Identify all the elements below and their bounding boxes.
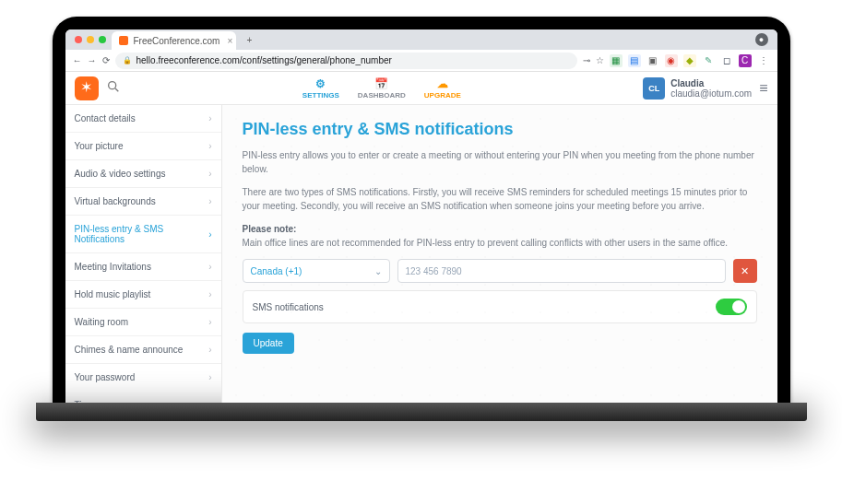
- sidebar-item-label: Contact details: [75, 113, 136, 123]
- sms-toggle-label: SMS notifications: [253, 302, 324, 312]
- laptop-base: [36, 403, 807, 421]
- remove-phone-button[interactable]: ✕: [733, 259, 757, 283]
- url-text: hello.freeconference.com/conf/settings/g…: [136, 55, 392, 65]
- sidebar-item[interactable]: Contact details›: [65, 105, 221, 133]
- sidebar-item[interactable]: Time zone›: [65, 392, 221, 403]
- chevron-right-icon: ›: [208, 400, 211, 403]
- country-code-select[interactable]: Canada (+1) ⌄: [243, 259, 390, 283]
- extension-icon[interactable]: ◆: [683, 54, 696, 67]
- gear-icon: ⚙: [315, 77, 326, 90]
- guest-indicator-icon[interactable]: ●: [755, 33, 768, 46]
- page-intro-2: There are two types of SMS notifications…: [243, 185, 757, 213]
- calendar-icon: 📅: [374, 77, 388, 90]
- lock-icon: 🔒: [123, 56, 132, 64]
- chevron-right-icon: ›: [208, 141, 211, 151]
- sidebar-item[interactable]: Your picture›: [65, 133, 221, 160]
- chevron-down-icon: ⌄: [374, 266, 382, 276]
- nav-label: UPGRADE: [424, 91, 461, 100]
- app-logo-icon[interactable]: [75, 76, 99, 100]
- sidebar-item-label: PIN-less entry & SMS Notifications: [75, 224, 209, 244]
- nav-upgrade[interactable]: ☁ UPGRADE: [424, 77, 461, 100]
- user-email: claudia@iotum.com: [670, 88, 752, 99]
- sidebar-item-label: Meeting Invitations: [75, 262, 151, 272]
- chevron-right-icon: ›: [208, 372, 211, 382]
- user-info: Claudia claudia@iotum.com: [670, 78, 752, 99]
- update-button[interactable]: Update: [243, 333, 294, 354]
- maximize-window-icon[interactable]: [99, 36, 106, 43]
- sidebar-item-label: Your picture: [75, 141, 124, 151]
- sidebar-item[interactable]: Your password›: [65, 364, 221, 392]
- browser-toolbar: ← → ⟳ 🔒 hello.freeconference.com/conf/se…: [65, 50, 777, 72]
- sidebar-item[interactable]: Waiting room›: [65, 309, 221, 336]
- extension-icon[interactable]: ✎: [702, 54, 715, 67]
- hamburger-menu-icon[interactable]: ≡: [759, 80, 767, 97]
- nav-label: DASHBOARD: [358, 91, 406, 100]
- country-code-value: Canada (+1): [251, 266, 302, 276]
- page-intro-1: PIN-less entry allows you to enter or cr…: [243, 148, 757, 176]
- sidebar-item-label: Hold music playlist: [75, 289, 151, 299]
- sidebar-item[interactable]: Virtual backgrounds›: [65, 188, 221, 216]
- key-icon[interactable]: ⊸: [583, 55, 590, 65]
- settings-sidebar: Contact details›Your picture›Audio & vid…: [65, 105, 222, 403]
- star-icon[interactable]: ☆: [596, 55, 604, 65]
- browser-menu-icon[interactable]: ⋮: [757, 54, 770, 67]
- chevron-right-icon: ›: [208, 345, 211, 355]
- extension-icons: ▦ ▤ ▣ ◉ ◆ ✎ ◻ C ⋮: [610, 54, 770, 67]
- user-menu[interactable]: CL Claudia claudia@iotum.com: [643, 77, 752, 100]
- sidebar-item-label: Virtual backgrounds: [75, 196, 156, 206]
- sidebar-item[interactable]: Audio & video settings›: [65, 160, 221, 188]
- app-header: ⚙ SETTINGS 📅 DASHBOARD ☁ UPGRADE CL Clau…: [65, 72, 777, 105]
- svg-point-0: [108, 82, 115, 89]
- sidebar-item[interactable]: Meeting Invitations›: [65, 253, 221, 281]
- window-traffic-lights: [69, 36, 112, 43]
- pinterest-icon[interactable]: ◉: [665, 54, 678, 67]
- forward-icon[interactable]: →: [88, 55, 97, 65]
- chevron-right-icon: ›: [208, 169, 211, 179]
- svg-line-1: [115, 88, 118, 91]
- back-icon[interactable]: ←: [73, 55, 82, 65]
- search-icon[interactable]: [106, 79, 121, 97]
- sidebar-item-label: Time zone: [75, 400, 117, 403]
- chevron-right-icon: ›: [208, 262, 211, 272]
- sidebar-item-label: Audio & video settings: [75, 169, 166, 179]
- sidebar-item-label: Your password: [75, 372, 136, 382]
- cloud-icon: ☁: [437, 77, 448, 90]
- sidebar-item[interactable]: Chimes & name announce›: [65, 336, 221, 364]
- browser-tab[interactable]: FreeConference.com ×: [112, 31, 237, 50]
- extension-icon[interactable]: ▣: [646, 54, 659, 67]
- phone-placeholder: 123 456 7890: [406, 266, 462, 276]
- chevron-right-icon: ›: [208, 229, 211, 240]
- extension-icon[interactable]: ◻: [720, 54, 733, 67]
- address-bar[interactable]: 🔒 hello.freeconference.com/conf/settings…: [115, 53, 577, 69]
- nav-dashboard[interactable]: 📅 DASHBOARD: [358, 77, 406, 100]
- phone-number-input[interactable]: 123 456 7890: [397, 259, 726, 283]
- new-tab-button[interactable]: +: [242, 35, 256, 45]
- close-window-icon[interactable]: [75, 36, 82, 43]
- chevron-right-icon: ›: [208, 289, 211, 299]
- minimize-window-icon[interactable]: [87, 36, 94, 43]
- note-label: Please note:: [243, 224, 297, 234]
- favicon-icon: [119, 36, 128, 45]
- sidebar-item[interactable]: Hold music playlist›: [65, 281, 221, 309]
- reload-icon[interactable]: ⟳: [102, 55, 110, 65]
- settings-main: PIN-less entry & SMS notifications PIN-l…: [222, 105, 777, 403]
- nav-settings[interactable]: ⚙ SETTINGS: [302, 77, 339, 100]
- nav-label: SETTINGS: [302, 91, 339, 100]
- extension-icon[interactable]: ▦: [610, 54, 623, 67]
- user-avatar: CL: [643, 77, 665, 100]
- chevron-right-icon: ›: [208, 113, 211, 123]
- tab-title: FreeConference.com: [134, 36, 220, 46]
- page-title: PIN-less entry & SMS notifications: [243, 120, 757, 139]
- note-text: Main office lines are not recommended fo…: [243, 238, 729, 248]
- sidebar-item-label: Waiting room: [75, 317, 129, 327]
- close-tab-icon[interactable]: ×: [228, 36, 233, 46]
- profile-avatar-icon[interactable]: C: [739, 54, 752, 67]
- sidebar-item[interactable]: PIN-less entry & SMS Notifications›: [65, 216, 221, 253]
- sidebar-item-label: Chimes & name announce: [75, 345, 184, 355]
- extension-icon[interactable]: ▤: [628, 54, 641, 67]
- chevron-right-icon: ›: [208, 317, 211, 327]
- sms-toggle[interactable]: [716, 299, 747, 315]
- close-icon: ✕: [741, 265, 749, 277]
- browser-tab-strip: FreeConference.com × + ●: [65, 29, 777, 50]
- chevron-right-icon: ›: [208, 196, 211, 206]
